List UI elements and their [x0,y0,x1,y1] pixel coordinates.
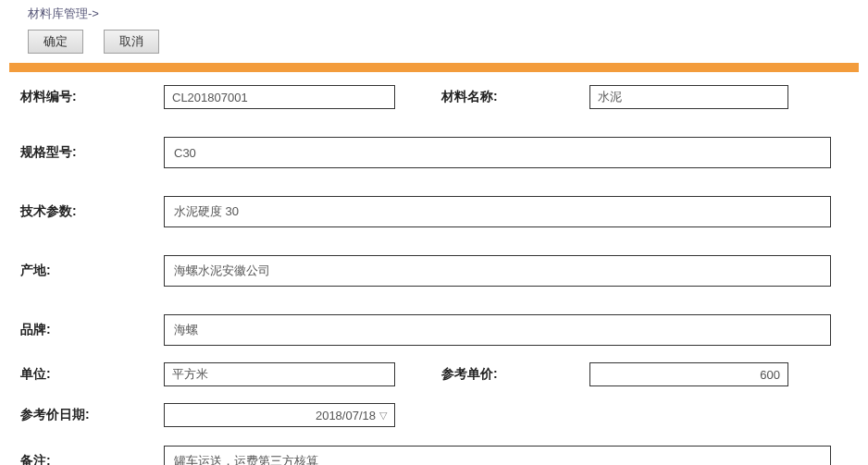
spec-model-input[interactable] [164,137,831,168]
breadcrumb-text: 材料库管理-> [28,6,99,20]
remark-input[interactable] [164,446,831,465]
row-unit-price: 单位: 参考单价: [20,362,848,386]
chevron-down-icon: ▽ [379,410,387,422]
label-ref-price: 参考单价: [441,366,589,383]
tech-params-input[interactable] [164,196,831,227]
label-ref-date: 参考价日期: [20,407,164,423]
row-spec-model: 规格型号: [20,137,848,168]
label-material-name: 材料名称: [441,89,589,105]
material-name-input[interactable] [589,85,788,109]
ref-date-picker[interactable]: 2018/07/18 ▽ [164,403,395,427]
ref-date-value: 2018/07/18 [316,409,376,422]
breadcrumb: 材料库管理-> [0,0,868,30]
label-unit: 单位: [20,366,164,383]
row-ref-date: 参考价日期: 2018/07/18 ▽ [20,403,848,427]
label-spec-model: 规格型号: [20,144,164,161]
row-material-code-name: 材料编号: 材料名称: [20,85,848,109]
divider-bar [9,63,859,72]
label-origin: 产地: [20,263,164,279]
button-row: 确定 取消 [0,30,868,63]
row-remark: 备注: [20,446,848,465]
label-brand: 品牌: [20,322,164,338]
row-origin: 产地: [20,255,848,287]
label-remark: 备注: [20,453,164,465]
cancel-button[interactable]: 取消 [104,30,159,54]
ref-price-input[interactable] [589,362,788,386]
brand-input[interactable] [164,314,831,346]
confirm-button[interactable]: 确定 [28,30,83,54]
row-tech-params: 技术参数: [20,196,848,227]
form: 材料编号: 材料名称: 规格型号: 技术参数: 产地: 品牌: 单位: 参考单价… [0,85,868,465]
unit-input[interactable] [164,362,395,386]
origin-input[interactable] [164,255,831,287]
row-brand: 品牌: [20,314,848,346]
material-code-input[interactable] [164,85,395,109]
label-tech-params: 技术参数: [20,203,164,220]
label-material-code: 材料编号: [20,89,164,105]
